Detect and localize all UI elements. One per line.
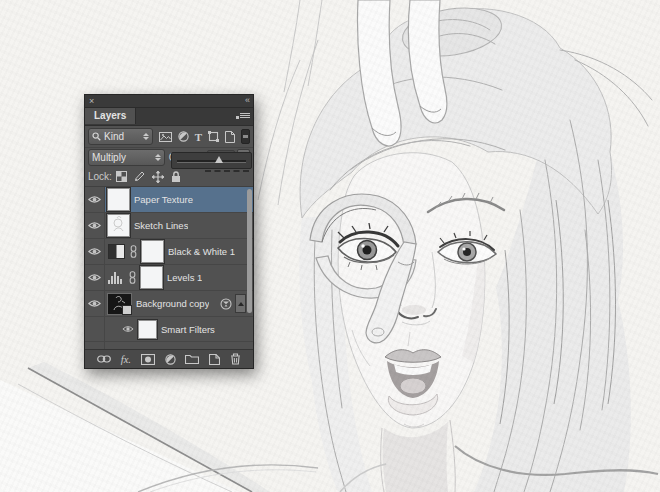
layer-filter-row: Kind T: [85, 126, 253, 148]
select-arrows-icon: [155, 154, 161, 161]
empty-visibility-cell[interactable]: [85, 342, 105, 349]
panel-titlebar[interactable]: × «: [85, 95, 253, 108]
collapse-smart-filters-button[interactable]: [235, 294, 246, 313]
tab-layers[interactable]: Layers: [85, 108, 136, 124]
filter-kind-label: Kind: [104, 131, 124, 142]
opacity-slider[interactable]: [171, 152, 252, 169]
eye-icon: [88, 247, 101, 256]
adjustment-layer-icon[interactable]: [165, 354, 176, 365]
panel-menu-icon[interactable]: [236, 112, 250, 121]
levels-adjustment-icon[interactable]: [108, 271, 124, 284]
layer-row-background-copy[interactable]: Background copy: [85, 291, 253, 317]
layer-row-invert[interactable]: Invert: [85, 342, 253, 349]
search-icon: [92, 132, 101, 141]
eye-icon: [88, 221, 101, 230]
sketch-thumbnail-art: [108, 215, 129, 236]
layer-row-smart-filters[interactable]: Smart Filters: [85, 317, 253, 342]
smart-filter-mask-thumbnail[interactable]: [139, 321, 156, 338]
new-layer-icon[interactable]: [209, 354, 220, 365]
opacity-slider-track[interactable]: [177, 160, 246, 163]
lock-label: Lock:: [88, 171, 112, 182]
layer-name[interactable]: Smart Filters: [161, 324, 215, 335]
layer-thumbnail[interactable]: [108, 215, 129, 236]
shape-filter-icon[interactable]: [208, 131, 219, 142]
black-white-adjustment-icon[interactable]: [108, 244, 125, 259]
opacity-slider-thumb[interactable]: [215, 156, 223, 163]
lock-pixels-icon[interactable]: [134, 171, 145, 182]
layer-thumbnail[interactable]: [108, 294, 131, 314]
lock-transparent-icon[interactable]: [116, 171, 127, 182]
visibility-toggle[interactable]: [85, 213, 105, 238]
smart-object-filter-icon[interactable]: [225, 131, 235, 143]
visibility-toggle[interactable]: [85, 291, 105, 316]
link-layers-icon[interactable]: [97, 355, 111, 363]
delete-layer-icon[interactable]: [230, 353, 241, 365]
eye-icon[interactable]: [122, 325, 134, 333]
eye-icon: [88, 195, 101, 204]
lock-position-icon[interactable]: [152, 171, 164, 183]
eye-icon: [88, 273, 101, 282]
layer-row-black-white[interactable]: Black & White 1: [85, 239, 253, 265]
panel-bottom-toolbar: fx.: [85, 349, 253, 368]
add-mask-icon[interactable]: [141, 354, 155, 365]
layer-name[interactable]: Background copy: [136, 298, 209, 309]
layer-row-levels[interactable]: Levels 1: [85, 265, 253, 291]
select-arrows-icon: [143, 133, 149, 140]
layer-name[interactable]: Black & White 1: [168, 246, 235, 257]
adjustment-filter-icon[interactable]: [178, 131, 189, 142]
pixel-filter-icon[interactable]: [159, 132, 172, 142]
blend-mode-value: Multiply: [92, 152, 126, 163]
type-filter-icon[interactable]: T: [195, 132, 202, 142]
panel-tab-bar: Layers: [85, 108, 253, 126]
collapse-panel-icon[interactable]: «: [245, 95, 249, 106]
tab-layers-label: Layers: [94, 110, 126, 121]
filtering-toggle[interactable]: [241, 129, 250, 144]
smart-filter-badge-icon[interactable]: [220, 298, 232, 310]
layer-name[interactable]: Sketch Lines: [134, 220, 188, 231]
lock-all-icon[interactable]: [171, 171, 181, 183]
layer-mask-thumbnail[interactable]: [141, 267, 162, 288]
new-group-icon[interactable]: [185, 354, 199, 364]
layer-mask-thumbnail[interactable]: [142, 241, 163, 262]
close-icon[interactable]: ×: [89, 95, 94, 107]
layer-name[interactable]: Paper Texture: [134, 194, 193, 205]
screenshot-root: × « Layers Kind T: [0, 0, 660, 492]
link-icon: [129, 271, 136, 284]
layers-list: Paper Texture Sketch Lines: [85, 187, 253, 349]
visibility-toggle[interactable]: [85, 187, 105, 212]
visibility-toggle[interactable]: [85, 265, 105, 290]
layer-name[interactable]: Levels 1: [167, 272, 202, 283]
layers-scrollbar[interactable]: [247, 189, 252, 313]
eye-icon: [88, 299, 101, 308]
layers-panel: × « Layers Kind T: [84, 94, 254, 369]
layer-thumbnail[interactable]: [108, 189, 129, 210]
visibility-toggle[interactable]: [85, 239, 105, 264]
link-icon: [130, 245, 137, 258]
layer-row-sketch-lines[interactable]: Sketch Lines: [85, 213, 253, 239]
filter-kind-select[interactable]: Kind: [88, 128, 153, 145]
layer-row-paper-texture[interactable]: Paper Texture: [85, 187, 253, 213]
smart-object-badge-icon: [122, 305, 132, 315]
blend-mode-select[interactable]: Multiply: [88, 149, 165, 166]
layer-style-icon[interactable]: fx.: [121, 354, 131, 365]
empty-visibility-cell[interactable]: [85, 317, 105, 341]
